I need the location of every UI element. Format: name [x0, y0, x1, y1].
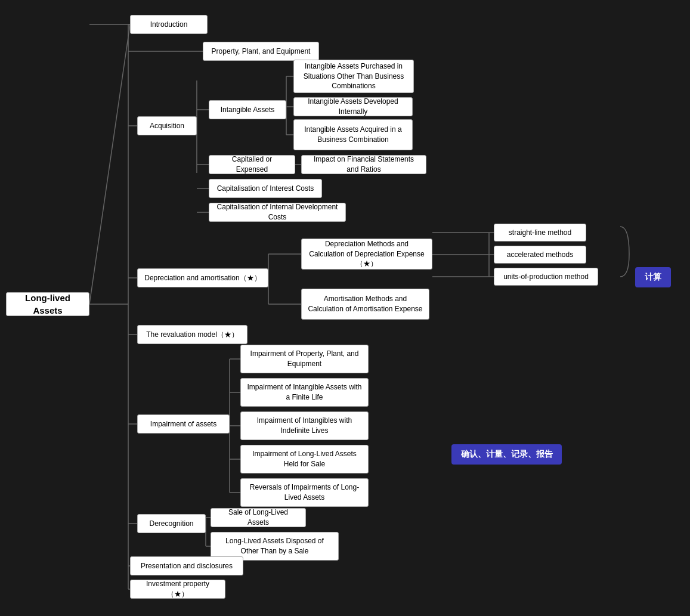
node-ppe[interactable]: Property, Plant, and Equipment	[203, 42, 319, 61]
mind-map-canvas: Long-lived Assets IntroductionProperty, …	[0, 0, 690, 616]
node-imp_held[interactable]: Impairment of Long-Lived Assets Held for…	[240, 445, 369, 473]
node-ia_developed[interactable]: Intangible Assets Developed Internally	[293, 97, 413, 116]
node-sale_assets[interactable]: Sale of Long-Lived Assets	[211, 508, 306, 527]
node-imp_indefinite[interactable]: Impairment of Intangibles with Indefinit…	[240, 411, 369, 440]
node-ia_acquired[interactable]: Intangible Assets Acquired in a Business…	[293, 119, 413, 150]
node-investment[interactable]: Investment property（★）	[130, 580, 225, 599]
node-capitalised_expensed[interactable]: Capitalied or Expensed	[209, 155, 295, 174]
node-revaluation[interactable]: The revaluation model（★）	[137, 325, 247, 344]
node-imp_ppe[interactable]: Impairment of Property, Plant, and Equip…	[240, 345, 369, 373]
node-ia_purchased[interactable]: Intangible Assets Purchased in Situation…	[293, 60, 414, 93]
node-accelerated[interactable]: accelerated methods	[494, 246, 586, 264]
root-label: Long-lived Assets	[13, 292, 83, 317]
node-cap_interest[interactable]: Capitalisation of Interest Costs	[209, 179, 322, 198]
node-straight_line[interactable]: straight-line method	[494, 224, 586, 242]
node-dep_amort[interactable]: Depreciation and amortisation（★）	[137, 268, 268, 287]
node-presentation[interactable]: Presentation and disclosures	[130, 556, 243, 575]
node-derecognition[interactable]: Derecognition	[137, 514, 206, 533]
node-dep_methods[interactable]: Depreciation Methods and Calculation of …	[301, 239, 432, 270]
badge-badge_confirm[interactable]: 确认、计量、记录、报告	[451, 444, 562, 465]
node-units_prod[interactable]: units-of-production method	[494, 268, 598, 286]
node-acquisition[interactable]: Acquisition	[137, 116, 197, 135]
node-introduction[interactable]: Introduction	[130, 15, 208, 34]
node-intangible_assets[interactable]: Intangible Assets	[209, 100, 286, 119]
node-impact[interactable]: Impact on Financial Statements and Ratio…	[301, 155, 426, 174]
root-node[interactable]: Long-lived Assets	[6, 292, 89, 316]
node-impairment_assets[interactable]: Impairment of assets	[137, 414, 230, 434]
node-imp_reversals[interactable]: Reversals of Impairments of Long-Lived A…	[240, 478, 369, 507]
badge-badge_calc[interactable]: 计算	[635, 267, 671, 287]
node-imp_finite[interactable]: Impairment of Intangible Assets with a F…	[240, 378, 369, 407]
node-cap_internal[interactable]: Capitalisation of Internal Development C…	[209, 203, 346, 222]
svg-line-0	[89, 24, 130, 304]
node-amort_methods[interactable]: Amortisation Methods and Calculation of …	[301, 289, 429, 320]
